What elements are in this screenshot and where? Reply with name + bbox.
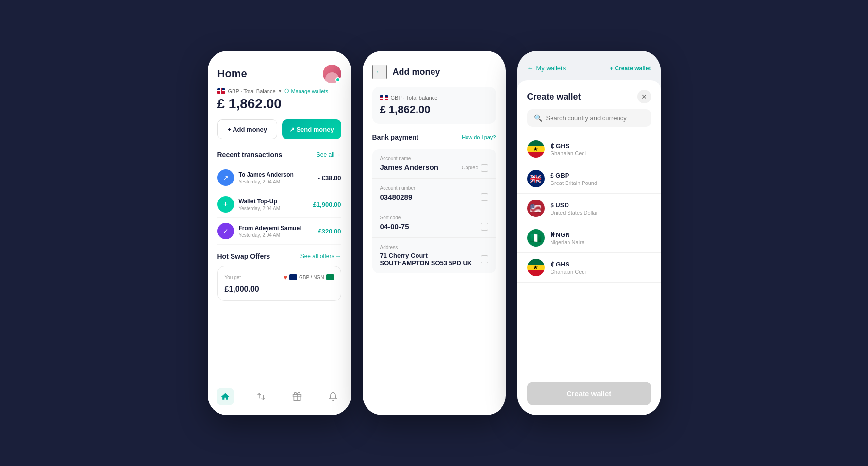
add-money-button[interactable]: + Add money	[217, 119, 278, 139]
copy-icon	[481, 193, 488, 201]
sort-code-row: Sort code 04-00-75	[372, 208, 496, 238]
phone-add-money: ← Add money GBP · Total balance £ 1,862.…	[363, 51, 506, 415]
send-icon: ↗	[217, 169, 234, 186]
action-buttons: + Add money ↗ Send money	[217, 119, 341, 139]
transaction-row[interactable]: ✓ From Adeyemi Samuel Yesterday, 2:04 AM…	[217, 218, 341, 245]
copy-account-name-button[interactable]: Copied	[462, 164, 488, 171]
ngn-flag-small	[326, 274, 334, 280]
uk-flag-icon: 🇬🇧	[527, 170, 545, 187]
nav-exchange-icon[interactable]	[252, 388, 270, 405]
balance-section: GBP · Total Balance ▾ ⬡ Manage wallets £…	[208, 88, 351, 139]
copy-sort-code-button[interactable]	[481, 223, 488, 231]
swap-top: You get ♥ GBP / NGN	[225, 273, 334, 281]
modal-close-button[interactable]: ✕	[637, 90, 651, 103]
balance-card: GBP · Total balance £ 1,862.00	[372, 87, 496, 124]
hot-swap-section: Hot Swap Offers See all offers → You get…	[208, 252, 351, 301]
nav-home-icon[interactable]	[217, 388, 234, 405]
swap-flags: ♥ GBP / NGN	[284, 273, 334, 281]
transaction-info: Wallet Top-Up Yesterday, 2:04 AM	[239, 198, 308, 211]
copy-icon	[481, 255, 488, 263]
search-input[interactable]	[546, 115, 644, 122]
currency-list: ₵ GHS Ghanaian Cedi 🇬🇧 £ GBP Great Brita…	[517, 134, 661, 283]
gbp-flag-small	[289, 274, 297, 280]
bottom-nav	[208, 382, 351, 415]
manage-wallets-button[interactable]: ⬡ Manage wallets	[284, 88, 328, 94]
account-name-row: Account name James Anderson Copied	[372, 149, 496, 179]
add-money-header: ← Add money	[363, 51, 506, 87]
home-title: Home	[217, 67, 247, 80]
currency-item-ghs-2[interactable]: ₵ GHS Ghanaian Cedi	[517, 253, 661, 283]
gbp-flag-icon	[380, 95, 388, 100]
modal-title: Create wallet	[527, 92, 581, 102]
nigeria-flag-icon: 🇳🇬	[527, 229, 545, 247]
transaction-row[interactable]: + Wallet Top-Up Yesterday, 2:04 AM £1,90…	[217, 191, 341, 218]
currency-item-ghs-1[interactable]: ₵ GHS Ghanaian Cedi	[517, 134, 661, 164]
copy-icon	[481, 164, 488, 172]
create-wallet-modal: Create wallet ✕ 🔍 ₵ GHS Ghanaian Cedi	[517, 80, 661, 415]
copy-icon	[481, 223, 488, 231]
currency-item-usd[interactable]: 🇺🇸 $ USD United States Dollar	[517, 194, 661, 223]
swap-amount: £1,000.00	[225, 285, 334, 294]
balance-label: GBP · Total Balance ▾ ⬡ Manage wallets	[217, 88, 341, 94]
copy-account-number-button[interactable]	[481, 193, 488, 201]
hot-swap-title: Hot Swap Offers	[217, 252, 270, 260]
address-row: Address 71 Cherry Court SOUTHAMPTON SO53…	[372, 238, 496, 273]
how-to-pay-link[interactable]: How do I pay?	[462, 134, 496, 140]
ghana-flag-icon-2	[527, 259, 545, 276]
hot-swap-card[interactable]: You get ♥ GBP / NGN £1,000.00	[217, 266, 341, 301]
copy-address-button[interactable]	[481, 255, 488, 263]
avatar-online-dot	[335, 77, 340, 82]
transactions-title: Recent transactions	[217, 151, 283, 159]
us-flag-icon: 🇺🇸	[527, 200, 545, 217]
home-header: Home	[208, 51, 351, 88]
screens-container: Home GBP · Total Balance ▾ ⬡ Manage wall…	[208, 51, 661, 415]
modal-header: Create wallet ✕	[517, 80, 661, 109]
currency-item-ngn[interactable]: 🇳🇬 ₦ NGN Nigerian Naira	[517, 223, 661, 253]
transaction-info: To James Anderson Yesterday, 2:04 AM	[239, 171, 313, 184]
add-money-title: Add money	[393, 67, 440, 77]
balance-amount: £ 1,862.00	[217, 96, 341, 112]
detail-card: Account name James Anderson Copied Accou…	[372, 149, 496, 273]
wallets-top-bar: ← My wallets + Create wallet	[517, 51, 661, 80]
hot-swap-header: Hot Swap Offers See all offers →	[217, 252, 341, 260]
balance-label: GBP · Total balance	[380, 95, 488, 100]
transaction-row[interactable]: ↗ To James Anderson Yesterday, 2:04 AM -…	[217, 165, 341, 191]
transaction-info: From Adeyemi Samuel Yesterday, 2:04 AM	[239, 225, 314, 238]
gbp-flag-icon	[217, 88, 225, 94]
currency-item-gbp[interactable]: 🇬🇧 £ GBP Great Britain Pound	[517, 164, 661, 194]
back-button[interactable]: ←	[372, 65, 387, 79]
transaction-list: ↗ To James Anderson Yesterday, 2:04 AM -…	[208, 165, 351, 245]
see-all-transactions[interactable]: See all →	[317, 151, 341, 158]
bank-payment-header: Bank payment How do I pay?	[363, 133, 506, 141]
phone-wallets: ← My wallets + Create wallet Create wall…	[517, 51, 661, 415]
search-icon: 🔍	[534, 114, 542, 122]
search-box[interactable]: 🔍	[527, 109, 651, 127]
balance-amount: £ 1,862.00	[380, 103, 488, 116]
account-number-row: Account number 03480289	[372, 179, 496, 208]
receive-icon: ✓	[217, 223, 234, 239]
nav-gift-icon[interactable]	[288, 388, 306, 405]
create-wallet-button[interactable]: Create wallet	[527, 382, 651, 405]
back-to-wallets[interactable]: ← My wallets	[527, 65, 566, 72]
see-all-offers[interactable]: See all offers →	[300, 253, 341, 260]
phone-home: Home GBP · Total Balance ▾ ⬡ Manage wall…	[208, 51, 351, 415]
topup-icon: +	[217, 196, 234, 213]
transactions-header: Recent transactions See all →	[208, 151, 351, 159]
ghana-flag-icon	[527, 140, 545, 158]
send-money-button[interactable]: ↗ Send money	[282, 119, 341, 139]
favorite-icon[interactable]: ♥	[284, 273, 287, 281]
create-wallet-link[interactable]: + Create wallet	[610, 65, 651, 72]
nav-notification-icon[interactable]	[324, 388, 342, 405]
